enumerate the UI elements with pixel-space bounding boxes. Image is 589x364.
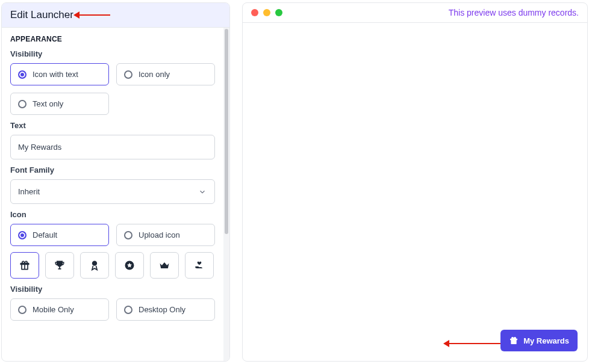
- visibility-text-only[interactable]: Text only: [10, 93, 109, 115]
- scrollbar[interactable]: [223, 28, 229, 361]
- radio-label: Mobile Only: [33, 305, 74, 314]
- trophy-icon: [54, 259, 66, 271]
- hand-heart-icon: [193, 259, 205, 271]
- radio-icon: [18, 231, 26, 239]
- icon-source-upload[interactable]: Upload icon: [116, 224, 215, 246]
- panel-body-wrap: APPEARANCE Visibility Icon with text Ico…: [2, 28, 229, 361]
- visibility-label: Visibility: [10, 49, 215, 58]
- annotation-arrow-icon: [449, 343, 503, 344]
- visibility-options: Icon with text Icon only Text only: [10, 63, 215, 115]
- radio-icon: [18, 306, 26, 314]
- gift-icon: [19, 259, 31, 271]
- preview-header: This preview uses dummy records.: [243, 3, 587, 23]
- scrollbar-thumb[interactable]: [225, 29, 228, 234]
- svg-point-0: [92, 261, 97, 266]
- launcher-label: My Rewards: [523, 336, 569, 345]
- panel-title-text: Edit Launcher: [10, 9, 73, 20]
- device-visibility-options: Mobile Only Desktop Only: [10, 298, 215, 321]
- font-family-select[interactable]: Inherit: [10, 179, 215, 204]
- launcher-button[interactable]: My Rewards: [500, 330, 578, 351]
- icon-option-trophy[interactable]: [45, 252, 74, 279]
- font-family-label: Font Family: [10, 165, 215, 174]
- maximize-icon: [275, 9, 282, 16]
- visibility-mobile-only[interactable]: Mobile Only: [10, 298, 109, 321]
- appearance-heading: APPEARANCE: [10, 35, 215, 43]
- star-circle-icon: [123, 259, 136, 271]
- text-label: Text: [10, 121, 215, 130]
- icon-option-gift[interactable]: [10, 252, 39, 279]
- minimize-icon: [263, 9, 270, 16]
- gift-icon: [509, 336, 519, 345]
- radio-label: Desktop Only: [139, 305, 185, 314]
- icon-picker: [10, 252, 215, 279]
- select-value: Inherit: [10, 179, 215, 204]
- radio-icon: [124, 231, 132, 239]
- launcher-text-input[interactable]: [10, 135, 215, 159]
- radio-label: Upload icon: [139, 230, 180, 239]
- visibility-icon-with-text[interactable]: Icon with text: [10, 63, 109, 85]
- preview-body: My Rewards: [243, 23, 587, 361]
- medal-icon: [89, 259, 101, 271]
- radio-label: Default: [33, 230, 57, 239]
- icon-option-hand-heart[interactable]: [185, 252, 214, 279]
- crown-icon: [158, 259, 170, 271]
- edit-launcher-panel: Edit Launcher APPEARANCE Visibility Icon…: [1, 2, 230, 362]
- icon-source-default[interactable]: Default: [10, 224, 109, 246]
- panel-title: Edit Launcher: [2, 3, 229, 28]
- icon-option-crown[interactable]: [150, 252, 179, 279]
- radio-label: Text only: [33, 99, 63, 108]
- radio-icon: [18, 70, 26, 79]
- radio-label: Icon with text: [33, 70, 78, 79]
- icon-option-star-circle[interactable]: [115, 252, 144, 279]
- preview-panel: This preview uses dummy records. My Rewa…: [242, 2, 588, 362]
- visibility-icon-only[interactable]: Icon only: [116, 63, 215, 85]
- radio-icon: [124, 306, 132, 314]
- window-traffic-lights: [251, 9, 282, 16]
- icon-option-medal[interactable]: [80, 252, 109, 279]
- visibility-desktop-only[interactable]: Desktop Only: [116, 298, 215, 321]
- annotation-arrow-icon: [79, 14, 110, 16]
- icon-label: Icon: [10, 210, 215, 219]
- radio-label: Icon only: [139, 70, 170, 79]
- radio-icon: [18, 100, 26, 108]
- icon-source-options: Default Upload icon: [10, 224, 215, 246]
- radio-icon: [124, 70, 132, 79]
- panel-body: APPEARANCE Visibility Icon with text Ico…: [2, 28, 223, 361]
- preview-note: This preview uses dummy records.: [449, 8, 579, 17]
- close-icon: [251, 9, 258, 16]
- visibility2-label: Visibility: [10, 285, 215, 294]
